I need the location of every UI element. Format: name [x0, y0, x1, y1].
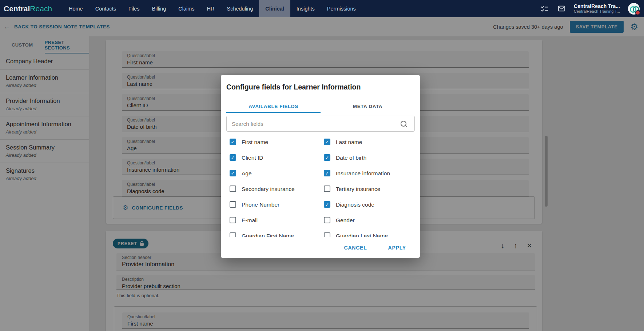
check-mark-icon: ✓ [231, 155, 235, 160]
field-option-phone-number[interactable]: Phone Number [226, 201, 321, 210]
checkbox-unchecked-icon[interactable] [230, 217, 236, 223]
checkbox-unchecked-icon[interactable] [230, 232, 236, 237]
checkbox-checked-icon[interactable]: ✓ [324, 154, 330, 161]
field-option-e-mail[interactable]: E-mail [226, 217, 321, 226]
field-checkbox-row: ✓Client ID✓Date of birth [226, 154, 415, 163]
modal-tabs: AVAILABLE FIELDS META DATA [226, 100, 415, 112]
field-option-guardian-last-name[interactable]: Guardian Last Name [321, 232, 415, 237]
notification-dot [635, 10, 640, 15]
modal-title: Configure fields for Learner Information [226, 83, 361, 91]
top-nav: CentralReach HomeContactsFilesBillingCla… [0, 0, 644, 17]
field-option-label: Diagnosis code [336, 201, 374, 208]
search-icon [401, 121, 406, 127]
search-fields-input[interactable] [227, 121, 401, 127]
field-option-client-id[interactable]: ✓Client ID [226, 154, 321, 163]
nav-item-files[interactable]: Files [122, 0, 146, 17]
field-option-tertiary-insurance[interactable]: Tertiary insurance [321, 186, 415, 195]
field-option-label: Guardian First Name [242, 232, 294, 237]
search-fields-box [226, 116, 415, 132]
field-option-label: Secondary insurance [242, 186, 295, 192]
tab-meta-data[interactable]: META DATA [321, 100, 415, 112]
nav-item-claims[interactable]: Claims [172, 0, 200, 17]
logo-part-2: Reach [30, 4, 52, 13]
field-option-label: Tertiary insurance [336, 186, 380, 192]
nav-item-clinical[interactable]: Clinical [259, 0, 290, 17]
field-option-diagnosis-code[interactable]: ✓Diagnosis code [321, 201, 415, 210]
user-name: CentralReach Tra... [574, 3, 620, 9]
tasks-icon[interactable] [540, 4, 549, 13]
nav-item-permissions[interactable]: Permissions [321, 0, 362, 17]
tab-available-fields[interactable]: AVAILABLE FIELDS [226, 100, 321, 112]
cancel-button[interactable]: CANCEL [342, 244, 369, 251]
nav-item-hr[interactable]: HR [201, 0, 221, 17]
check-mark-icon: ✓ [325, 202, 329, 207]
available-fields-list: ✓First name✓Last name✓Client ID✓Date of … [226, 135, 415, 237]
field-option-label: Client ID [242, 154, 263, 161]
field-option-date-of-birth[interactable]: ✓Date of birth [321, 154, 415, 163]
modal-footer: CANCEL APPLY [221, 237, 420, 258]
nav-items: HomeContactsFilesBillingClaimsHRScheduli… [63, 0, 362, 17]
check-mark-icon: ✓ [231, 171, 235, 176]
nav-item-insights[interactable]: Insights [290, 0, 321, 17]
nav-item-home[interactable]: Home [63, 0, 89, 17]
user-menu[interactable]: CentralReach Tra... CentralReach Trainin… [574, 3, 620, 14]
user-org: CentralReach Training T... [574, 9, 620, 14]
field-checkbox-row: E-mailGender [226, 217, 415, 226]
field-option-label: Last name [336, 139, 362, 145]
centralreach-logo[interactable]: CentralReach [4, 0, 59, 17]
checkbox-checked-icon[interactable]: ✓ [230, 139, 236, 145]
checkbox-checked-icon[interactable]: ✓ [324, 139, 330, 145]
field-option-label: E-mail [242, 217, 258, 224]
field-option-insurance-information[interactable]: ✓Insurance information [321, 170, 415, 179]
check-mark-icon: ✓ [231, 140, 235, 144]
check-mark-icon: ✓ [325, 155, 329, 160]
checkbox-checked-icon[interactable]: ✓ [230, 170, 236, 176]
check-mark-icon: ✓ [325, 171, 329, 176]
checkbox-unchecked-icon[interactable] [324, 232, 330, 237]
field-option-gender[interactable]: Gender [321, 217, 415, 226]
field-option-label: Age [242, 170, 252, 177]
configure-fields-modal: Configure fields for Learner Information… [221, 75, 420, 258]
mail-icon[interactable] [557, 4, 566, 13]
field-option-guardian-first-name[interactable]: Guardian First Name [226, 232, 321, 237]
checkbox-unchecked-icon[interactable] [230, 186, 236, 192]
field-checkbox-row: Guardian First NameGuardian Last Name [226, 232, 415, 237]
field-option-age[interactable]: ✓Age [226, 170, 321, 179]
nav-item-scheduling[interactable]: Scheduling [221, 0, 259, 17]
field-option-secondary-insurance[interactable]: Secondary insurance [226, 186, 321, 195]
checkbox-checked-icon[interactable]: ✓ [324, 201, 330, 208]
avatar[interactable] [628, 3, 640, 15]
checkbox-checked-icon[interactable]: ✓ [324, 170, 330, 176]
nav-right: CentralReach Tra... CentralReach Trainin… [540, 0, 644, 17]
field-option-label: Gender [336, 217, 355, 224]
field-checkbox-row: Secondary insuranceTertiary insurance [226, 186, 415, 195]
checkbox-unchecked-icon[interactable] [324, 186, 330, 192]
field-option-label: Phone Number [242, 201, 279, 208]
field-option-last-name[interactable]: ✓Last name [321, 139, 415, 148]
checkbox-unchecked-icon[interactable] [230, 201, 236, 208]
apply-button[interactable]: APPLY [386, 244, 408, 251]
check-mark-icon: ✓ [325, 140, 329, 144]
field-option-label: Guardian Last Name [336, 232, 388, 237]
field-option-label: Date of birth [336, 154, 366, 161]
field-checkbox-row: ✓First name✓Last name [226, 139, 415, 148]
logo-part-1: Central [4, 4, 30, 13]
field-option-first-name[interactable]: ✓First name [226, 139, 321, 148]
checkbox-checked-icon[interactable]: ✓ [230, 154, 236, 161]
field-checkbox-row: ✓Age✓Insurance information [226, 170, 415, 179]
checkbox-unchecked-icon[interactable] [324, 217, 330, 223]
field-option-label: First name [242, 139, 268, 145]
field-option-label: Insurance information [336, 170, 390, 177]
field-checkbox-row: Phone Number✓Diagnosis code [226, 201, 415, 210]
nav-item-billing[interactable]: Billing [146, 0, 172, 17]
nav-item-contacts[interactable]: Contacts [89, 0, 122, 17]
